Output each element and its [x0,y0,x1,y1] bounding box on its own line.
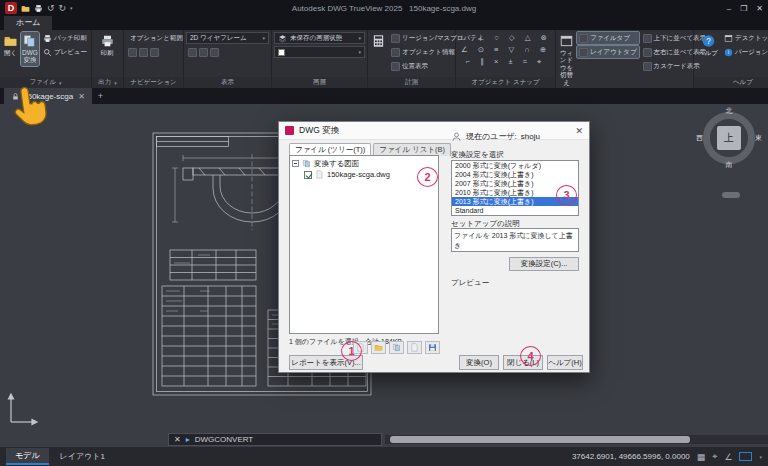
viewcube-north-label[interactable]: 北 [726,106,733,116]
remove-file-button[interactable] [407,341,422,354]
status-right-cluster: 37642.6901, 49666.5996, 0.0000 ▦ ⌖ ∠ ▾ [572,451,762,462]
qat-dropdown-icon[interactable]: ▾ [70,5,73,11]
cascade-icon [643,62,652,71]
dialog-title-bar[interactable]: DWG 変換 ✕ [279,122,589,140]
app-logo[interactable]: D [5,2,17,14]
tab-close-icon[interactable]: ✕ [78,92,85,101]
dwg-convert-button[interactable]: DWG 変換 [21,32,39,66]
info-icon [724,48,733,57]
dwg-convert-dialog: DWG 変換 ✕ ファイル (ツリー(T)) ファイル リスト(B) 変換する図… [278,121,590,373]
select-setup-label: 変換設定を選択 [451,150,504,160]
batch-plot-button[interactable]: バッチ印刷 [41,32,89,44]
files-tree-panel[interactable]: 変換する図面 150kage-scga.dwg [289,155,439,334]
snap-icon[interactable]: ⌖ [712,451,717,462]
layout-tabs-toggle[interactable]: レイアウトタブ [577,46,639,58]
status-options-icon[interactable]: ▾ [759,454,762,460]
add-folder-button[interactable] [371,341,386,354]
navigation-bar-handle[interactable] [722,192,740,198]
tree-file-row[interactable]: 150kage-scga.dwg [292,169,436,180]
redo-icon[interactable]: ↻ [59,3,67,13]
preview-button[interactable]: プレビュー [41,46,89,58]
command-close-icon[interactable]: ✕ [174,435,181,444]
file-checkbox[interactable] [304,171,312,179]
ucs-icon [5,392,39,428]
close-button[interactable]: ✕ [756,4,763,13]
osnap-icons-row2[interactable]: ∠ ⊙ ≡ ▽ ∩ ⊕ [461,44,550,56]
chevron-down-icon: ▾ [59,80,62,86]
window-controls: – ❒ ✕ [727,4,763,13]
osnap-icons-row1[interactable]: ∟ ⊥ ○ ◇ △ ⊗ [460,32,551,44]
setup-item[interactable]: 2004 形式に変換(上書き) [452,170,578,179]
output-group-label[interactable]: 出力▾ [92,77,123,88]
pan-zoom-options-button[interactable]: オプションと範囲 [126,32,181,44]
save-list-button[interactable] [425,341,440,354]
hand-cursor [10,83,50,131]
navigation-tools[interactable] [126,46,181,58]
annotation-circle-2: 2 [417,167,438,187]
open-button[interactable]: 開く [2,32,19,58]
ribbon-group-output: 印刷 出力▾ [92,30,124,88]
convert-button[interactable]: 変換(O) [459,355,499,370]
open-icon[interactable] [21,4,30,13]
print-icon[interactable] [34,4,43,13]
model-tab[interactable]: モデル [6,448,49,465]
viewcube-south-label[interactable]: 南 [726,160,733,170]
layout1-tab[interactable]: レイアウト1 [51,449,114,464]
dialog-close-icon[interactable]: ✕ [575,126,583,136]
annotation-scale-icon[interactable] [739,452,752,461]
plot-button[interactable]: 印刷 [94,32,120,58]
new-tab-button[interactable]: + [93,88,108,104]
minimize-button[interactable]: – [727,4,731,13]
tree-root-row[interactable]: 変換する図面 [292,158,436,169]
ribbon-group-view: 2D ワイヤフレーム ▾ 表示 [184,30,272,88]
layer-state-dropdown[interactable]: 未保存の画層状態 ▾ [274,32,365,44]
document-tab-bar: 150kage-scga ✕ + [0,88,768,104]
layer-dropdown[interactable]: ▾ [274,46,365,58]
orbit-icon [150,48,159,57]
horizontal-scrollbar[interactable] [385,435,768,444]
navigation-group-label: ナビゲーション [124,77,183,88]
pointing-hand-icon [10,83,50,129]
viewcube-top-face[interactable]: 上 [717,126,741,150]
viewcube-west-label[interactable]: 西 [696,133,703,143]
grid-icon[interactable]: ▦ [697,452,706,462]
remove-file-icon [410,343,419,352]
add-current-button[interactable] [389,341,404,354]
file-tabs-toggle[interactable]: ファイルタブ [577,32,639,44]
viewcube[interactable]: 北 南 西 東 上 [699,108,759,168]
maximize-button[interactable]: ❒ [740,4,747,13]
chevron-down-icon: ▾ [262,35,265,41]
layers-icon [278,34,287,43]
dialog-help-button[interactable]: ヘルプ(H) [547,355,583,370]
angle-icon[interactable]: ∠ [724,452,732,462]
osnap-icons-row3[interactable]: ⌐ ∥ × ± ≈ ⌖ [466,56,545,68]
coordinates-readout: 37642.6901, 49666.5996, 0.0000 [572,452,690,461]
viewcube-east-label[interactable]: 東 [755,133,762,143]
setup-item[interactable]: Standard [452,206,578,215]
ribbon-group-help: ヘルプ デスクトップ解析 バージョン情報 ヘルプ [694,30,768,88]
tab-home[interactable]: ホーム [4,15,52,30]
ribbon-group-osnap: ∟ ⊥ ○ ◇ △ ⊗ ∠ ⊙ ≡ ▽ ∩ ⊕ ⌐ ∥ × ± ≈ ⌖ オブジェ… [456,30,556,88]
annotation-circle-4: 4 [520,346,541,366]
visual-style-dropdown[interactable]: 2D ワイヤフレーム ▾ [186,32,269,44]
conversion-setups-button[interactable]: 変換設定(C)... [509,257,579,271]
undo-icon[interactable]: ↺ [47,3,55,13]
current-user-name: shoju [521,132,540,141]
object-info-icon [391,48,400,57]
help-button[interactable]: ヘルプ [696,32,720,58]
current-user-row: 現在のユーザ: shoju [451,131,540,142]
osnap-group-label: オブジェクト スナップ [456,77,555,88]
pan-icon [128,48,137,57]
measure-button[interactable] [370,32,387,50]
view-tools[interactable] [186,46,269,58]
desktop-analytics-button[interactable]: デスクトップ解析 [722,32,768,44]
about-button[interactable]: バージョン情報 [722,46,768,58]
scrollbar-thumb[interactable] [390,436,690,443]
command-line[interactable]: ✕ ▸ DWGCONVERT [168,433,382,446]
setup-item[interactable]: 2000 形式に変換(フォルダ) [452,161,578,170]
measure-group-label: 計測 [368,77,455,88]
tree-collapse-icon[interactable] [292,160,299,167]
calculator-icon [371,34,386,48]
switch-windows-button[interactable]: ウィンドウを切替え [558,32,575,88]
command-text[interactable]: DWGCONVERT [195,435,254,444]
